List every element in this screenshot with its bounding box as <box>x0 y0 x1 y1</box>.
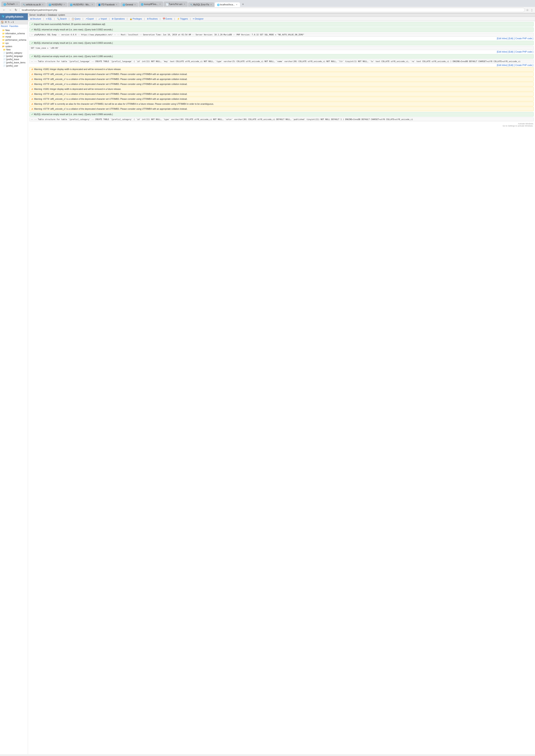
refresh-icon[interactable]: ↻ <box>8 21 10 23</box>
action-link---create-php-code--[interactable]: [ Create PHP code ] <box>514 51 533 53</box>
tab-close-btn[interactable]: × <box>16 3 18 5</box>
sql-block: -- -- Table structure for table `[prefix… <box>29 60 534 63</box>
toolbar-item-sql[interactable]: ≡SQL <box>45 17 53 20</box>
tab-close-btn[interactable]: × <box>159 3 161 5</box>
tab-close-btn[interactable]: × <box>63 3 65 6</box>
tab-close-btn[interactable]: × <box>236 3 238 6</box>
db-icon: 📁 <box>2 36 5 38</box>
toolbar-icon: ⊞ <box>30 18 32 20</box>
new-tab-button[interactable]: + <box>240 1 246 7</box>
toolbar-sep: | <box>69 18 70 20</box>
sidebar: 🐬 phpMyAdmin 🏠 ⚙ ↻ + ℹ Recent Favorites … <box>0 14 28 754</box>
sidebar-db-New[interactable]: 📁New <box>0 29 28 32</box>
sidebar-db-performance-schema[interactable]: 📁performance_schema <box>0 39 28 41</box>
tab-favicon: 🌐 <box>3 3 6 5</box>
recent-link[interactable]: Recent <box>1 25 8 27</box>
toolbar-sep: | <box>127 18 127 20</box>
toolbar-item-operations[interactable]: ⚙Operations <box>111 17 126 20</box>
db-icon: 📄 <box>3 65 6 67</box>
action-link---create-php-code--[interactable]: [ Create PHP code ] <box>514 64 533 67</box>
content-scroll[interactable]: Server: localhost » Database: system ⊞St… <box>28 14 535 754</box>
reload-button[interactable]: ↻ <box>14 8 18 12</box>
toolbar-sep: | <box>54 18 55 20</box>
back-button[interactable]: ← <box>2 8 7 12</box>
browser-tab-8[interactable]: 📄ใบครบวิชาเอก× <box>164 2 187 7</box>
toolbar-item-structure[interactable]: ⊞Structure <box>29 17 42 20</box>
action-link--edit-inline-[interactable]: [Edit Inline] <box>497 51 507 53</box>
message-warning: Warning: #1681 Integer display width is … <box>29 67 534 71</box>
toolbar-item-privileges[interactable]: 🔒Privileges <box>129 17 143 20</box>
toolbar-item-events[interactable]: 📅Events <box>162 17 173 20</box>
browser-tab-10[interactable]: 🌐localhost/loca...× <box>215 2 240 7</box>
browser-tab-6[interactable]: 🌐General× <box>120 2 138 7</box>
sidebar-db-New[interactable]: 📁New <box>0 48 28 51</box>
settings-icon[interactable]: ⋮ <box>530 9 533 12</box>
toolbar-item-search[interactable]: 🔍Search <box>56 17 68 20</box>
browser-tab-9[interactable]: 🔧MySQL Error Fix× <box>188 2 214 7</box>
toolbar-item-designer[interactable]: ✏Designer <box>192 17 205 20</box>
sql-block: -- -- Table structure for table `[prefix… <box>29 118 534 121</box>
sidebar-db--prefix--leave-items[interactable]: 📄[prefix]_leave_items <box>0 61 28 64</box>
action-link--edit-[interactable]: [Edit] <box>508 51 513 53</box>
browser-tab-7[interactable]: 🌐ขออนุมัติโดย...× <box>139 2 163 7</box>
sidebar-db--prefix--leave[interactable]: 📄[prefix]_leave <box>0 58 28 61</box>
tab-label: General <box>126 3 133 6</box>
message-warning: Warning: #3776 'utf8_unicode_ci' is a co… <box>29 97 534 101</box>
sidebar-db-mysql[interactable]: 📁mysql <box>0 35 28 39</box>
browser-tab-1[interactable]: 🌐เว็บไซต์ฯ× <box>1 2 20 7</box>
message-warning: Warning: #3779 'utf8_unicode_ci' is a co… <box>29 92 534 96</box>
plus-icon[interactable]: + <box>11 21 12 23</box>
db-name: [prefix]_category <box>6 52 22 54</box>
toolbar-item-import[interactable]: ↙Import <box>98 17 108 20</box>
toolbar-item-export[interactable]: ↗Export <box>85 17 95 20</box>
address-bar[interactable] <box>19 8 525 12</box>
bookmark-icon[interactable]: ☆ <box>526 9 529 12</box>
sidebar-db-sys[interactable]: 📁sys <box>0 41 28 45</box>
content-area: Server: localhost » Database: system ⊞St… <box>28 14 535 754</box>
db-icon: 📄 <box>3 52 6 54</box>
browser-tab-3[interactable]: 🌐HUSDVRU× <box>46 2 67 7</box>
sidebar-db-system[interactable]: 📂system <box>0 45 28 48</box>
tab-favicon: 📄 <box>166 3 168 5</box>
toolbar-label: Import <box>101 18 107 20</box>
sidebar-db--prefix--category[interactable]: 📄[prefix]_category <box>0 51 28 55</box>
action-link---create-php-code--[interactable]: [ Create PHP code ] <box>514 37 533 40</box>
sidebar-db--prefix--user[interactable]: 📄[prefix]_user <box>0 64 28 68</box>
action-link--edit-inline-[interactable]: [Edit Inline] <box>497 64 507 67</box>
db-icon: 📄 <box>3 55 6 57</box>
toolbar-item-routines[interactable]: ⚙Routines <box>146 17 158 20</box>
action-link--edit-[interactable]: [Edit] <box>508 64 513 67</box>
browser-tab-5[interactable]: 📘ITD Facebook× <box>96 2 120 7</box>
browser-tab-4[interactable]: 🌐HUSDVRU - Mo...× <box>68 2 95 7</box>
toolbar-item-triggers[interactable]: ⚡Triggers <box>176 17 189 20</box>
info-icon[interactable]: ℹ <box>13 21 14 23</box>
activate-line1: Activate Windows <box>30 122 533 125</box>
tab-close-btn[interactable]: × <box>210 3 212 6</box>
tab-close-btn[interactable]: × <box>183 3 185 5</box>
message-text: Warning: #1681 Integer display width is … <box>34 68 121 70</box>
sidebar-db-information-schema[interactable]: 📁information_schema <box>0 32 28 35</box>
settings-icon[interactable]: ⚙ <box>5 21 7 23</box>
message-success: MySQL returned an empty result set (i.e.… <box>29 41 534 45</box>
favorites-link[interactable]: Favorites <box>10 25 18 27</box>
tab-close-btn[interactable]: × <box>116 3 118 6</box>
action-link--edit-inline-[interactable]: [Edit Inline] <box>497 37 507 40</box>
db-icon: 📁 <box>2 32 5 35</box>
nav-bar: ← → ↻ ☆ ⋮ <box>0 7 535 13</box>
pma-toolbar: ⊞Structure|≡SQL|🔍Search|📋Query|↗Export|↙… <box>28 17 535 21</box>
action-link--edit-[interactable]: [Edit] <box>508 37 513 40</box>
tab-label: vehicle.nu.ac.th <box>26 3 41 6</box>
sidebar-db--prefix--language[interactable]: 📄[prefix]_language <box>0 55 28 58</box>
home-icon[interactable]: 🏠 <box>1 21 4 23</box>
tab-favicon: 📘 <box>98 4 100 6</box>
forward-button[interactable]: → <box>8 8 13 12</box>
message-success: Import has been successfully finished. 2… <box>29 22 534 27</box>
db-name: [prefix]_user <box>6 65 18 67</box>
toolbar-item-query[interactable]: 📋Query <box>71 17 81 20</box>
tab-close-btn[interactable]: × <box>91 3 93 6</box>
tab-close-btn[interactable]: × <box>134 3 136 6</box>
db-name: performance_schema <box>5 39 26 41</box>
tab-favicon: 🔧 <box>190 4 192 6</box>
tab-close-btn[interactable]: × <box>42 3 44 6</box>
browser-tab-2[interactable]: 🔧vehicle.nu.ac.th× <box>21 2 46 7</box>
